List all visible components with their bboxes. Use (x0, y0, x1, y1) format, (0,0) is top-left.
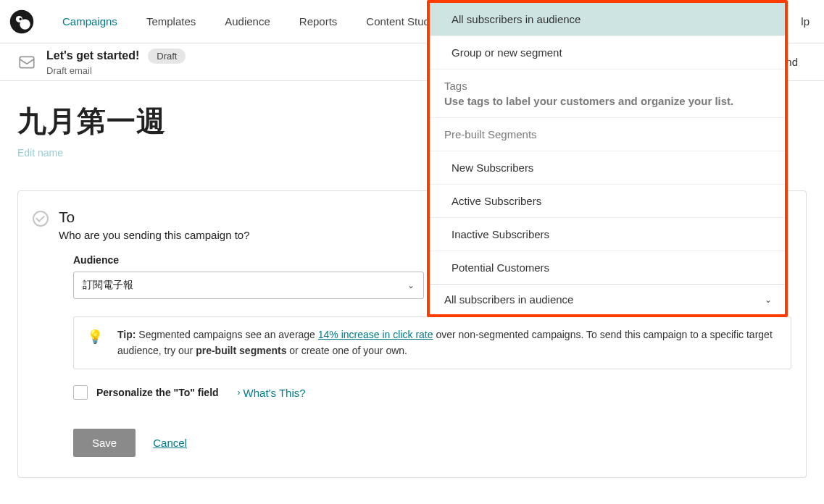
to-heading: To (59, 209, 250, 226)
status-badge: Draft (148, 49, 186, 64)
svg-point-2 (20, 19, 30, 29)
nav-items: Campaigns Templates Audience Reports Con… (48, 15, 453, 28)
nav-audience[interactable]: Audience (210, 15, 285, 28)
nav-templates[interactable]: Templates (132, 15, 210, 28)
personalize-label: Personalize the "To" field (96, 387, 219, 398)
dd-tags-section: Tags Use tags to label your customers an… (430, 70, 785, 118)
audience-select[interactable]: 訂閱電子報 ⌄ (73, 272, 424, 299)
mailchimp-logo-icon[interactable] (9, 9, 35, 35)
nav-campaigns[interactable]: Campaigns (48, 15, 132, 28)
segment-select-value: All subscribers in audience (444, 293, 573, 306)
campaign-subtitle: Draft email (46, 65, 186, 76)
personalize-checkbox[interactable] (73, 385, 88, 400)
save-button[interactable]: Save (73, 429, 136, 457)
audience-select-value: 訂閱電子報 (83, 279, 133, 292)
dd-option-group-segment[interactable]: Group or new segment (430, 36, 785, 70)
dd-seg-inactive[interactable]: Inactive Subscribers (430, 218, 785, 251)
dd-prebuilt-title: Pre-built Segments (430, 118, 785, 151)
dd-tags-title: Tags (444, 80, 770, 92)
nav-right: lp (801, 15, 818, 28)
segment-dropdown: All subscribers in audience Group or new… (427, 0, 788, 317)
dd-option-all-subscribers[interactable]: All subscribers in audience (430, 3, 785, 36)
segment-select-trigger[interactable]: All subscribers in audience ⌄ (430, 284, 785, 314)
campaign-title: Let's get started! (46, 49, 139, 62)
dd-seg-potential[interactable]: Potential Customers (430, 251, 785, 284)
svg-rect-4 (20, 56, 34, 67)
dd-seg-active[interactable]: Active Subscribers (430, 185, 785, 218)
chevron-down-icon: ⌄ (765, 295, 772, 305)
nav-reports[interactable]: Reports (285, 15, 352, 28)
to-sub: Who are you sending this campaign to? (59, 229, 250, 241)
svg-point-3 (19, 17, 22, 20)
lightbulb-icon: 💡 (87, 329, 103, 358)
check-circle-icon (33, 211, 49, 227)
nav-help[interactable]: lp (801, 15, 810, 28)
audience-label: Audience (73, 254, 424, 266)
whats-this-link[interactable]: › What's This? (238, 387, 306, 399)
chevron-right-icon: › (238, 387, 241, 398)
cancel-link[interactable]: Cancel (153, 437, 187, 449)
dd-tags-sub: Use tags to label your customers and org… (444, 95, 770, 107)
tip-link[interactable]: 14% increase in click rate (318, 329, 433, 340)
chevron-down-icon: ⌄ (407, 280, 415, 290)
tip-box: 💡 Tip: Segmented campaigns see an averag… (73, 316, 791, 369)
dd-seg-new[interactable]: New Subscribers (430, 151, 785, 185)
tip-text: Tip: Segmented campaigns see an average … (117, 327, 778, 358)
envelope-icon (17, 53, 36, 72)
